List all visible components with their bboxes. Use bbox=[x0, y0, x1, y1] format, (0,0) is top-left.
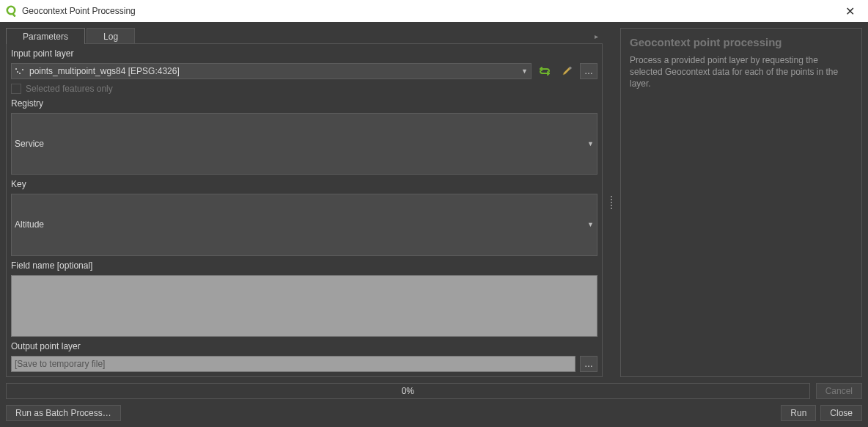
progress-bar: 0% bbox=[6, 383, 810, 399]
chevron-down-icon: ▼ bbox=[587, 140, 594, 147]
fieldname-label: Field name [optional] bbox=[11, 260, 597, 271]
svg-point-5 bbox=[17, 71, 18, 73]
run-button[interactable]: Run bbox=[781, 405, 816, 421]
iterate-button[interactable] bbox=[536, 63, 553, 79]
batch-button[interactable]: Run as Batch Process… bbox=[6, 405, 121, 421]
registry-label: Registry bbox=[11, 98, 597, 109]
selected-features-label: Selected features only bbox=[26, 84, 113, 94]
input-layer-label: Input point layer bbox=[11, 48, 597, 59]
splitter-handle[interactable] bbox=[608, 28, 614, 377]
tab-parameters[interactable]: Parameters bbox=[6, 28, 85, 44]
window-close-button[interactable]: ✕ bbox=[838, 3, 862, 20]
tab-scroll-right-icon[interactable]: ▸ bbox=[590, 29, 603, 43]
close-button[interactable]: Close bbox=[820, 405, 862, 421]
tab-label: Log bbox=[103, 32, 118, 42]
tab-label: Parameters bbox=[23, 32, 68, 42]
app-logo-icon bbox=[6, 5, 18, 17]
svg-point-4 bbox=[22, 69, 23, 70]
window-title: Geocontext Point Processing bbox=[22, 6, 136, 16]
registry-value: Service bbox=[15, 139, 44, 149]
key-select[interactable]: Altitude ▼ bbox=[11, 194, 597, 255]
advanced-options-button[interactable] bbox=[558, 63, 575, 79]
cancel-button: Cancel bbox=[816, 383, 862, 399]
help-panel: Geocontext point processing Process a pr… bbox=[620, 28, 862, 377]
svg-point-3 bbox=[19, 73, 21, 74]
title-bar: Geocontext Point Processing ✕ bbox=[0, 0, 868, 22]
svg-point-2 bbox=[15, 68, 17, 70]
key-label: Key bbox=[11, 179, 597, 189]
output-layer-placeholder: [Save to temporary file] bbox=[15, 359, 105, 369]
input-layer-select[interactable]: points_multipoint_wgs84 [EPSG:4326] ▼ bbox=[11, 63, 532, 79]
chevron-down-icon: ▼ bbox=[587, 221, 594, 228]
output-layer-more-button[interactable]: … bbox=[580, 356, 597, 372]
output-layer-label: Output point layer bbox=[11, 341, 597, 351]
fieldname-input[interactable] bbox=[11, 275, 597, 337]
input-layer-value: points_multipoint_wgs84 [EPSG:4326] bbox=[29, 66, 180, 76]
svg-point-0 bbox=[7, 7, 15, 14]
key-value: Altitude bbox=[15, 219, 44, 230]
output-layer-input[interactable]: [Save to temporary file] bbox=[11, 356, 575, 372]
tab-log[interactable]: Log bbox=[87, 28, 135, 44]
registry-select[interactable]: Service ▼ bbox=[11, 113, 597, 175]
progress-text: 0% bbox=[402, 386, 414, 396]
help-body: Process a provided point layer by reques… bbox=[630, 54, 853, 90]
layer-geometry-icon bbox=[15, 67, 25, 76]
chevron-down-icon: ▼ bbox=[521, 67, 528, 75]
help-title: Geocontext point processing bbox=[630, 36, 853, 48]
selected-features-checkbox bbox=[11, 84, 21, 94]
input-layer-more-button[interactable]: … bbox=[580, 63, 597, 79]
